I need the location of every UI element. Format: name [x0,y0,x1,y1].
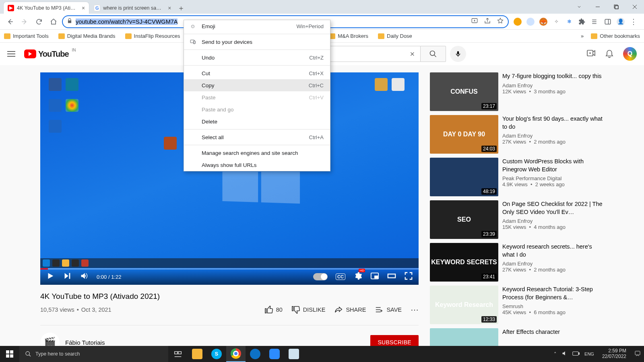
like-count: 80 [276,306,283,313]
file-explorer-icon[interactable] [188,346,207,362]
save-button[interactable]: SAVE [375,305,402,314]
account-avatar[interactable]: Q [623,47,637,61]
browser-tab[interactable]: G where is print screen saved - Go × [89,2,175,14]
back-button[interactable] [4,16,16,28]
subscribe-button[interactable]: SUBSCRIBE [370,335,419,346]
recommendation-item[interactable]: 48:19 Custom WordPress Blocks with Pineg… [430,158,604,196]
maximize-button[interactable] [607,0,625,14]
profile-avatar-icon[interactable]: 👤 [617,18,625,26]
taskbar-search[interactable]: Type here to search [19,346,168,362]
channel-name[interactable]: Fábio Tutoriais [65,339,105,346]
skype-icon[interactable]: S [207,346,226,362]
ctx-delete[interactable]: Delete [184,115,330,128]
recommendation-item[interactable]: KEYWORD SECRETS23:41 Keyword research se… [430,243,604,282]
chrome-menu-icon[interactable]: ⋮ [630,18,638,26]
fullscreen-icon[interactable] [404,272,413,282]
taskbar-clock[interactable]: 2:59 PM 22/07/2022 [599,348,630,360]
ctx-send-to-devices[interactable]: Send to your devices [184,36,330,48]
recommendations-column: CONFUS23:17 My 7-figure blogging toolkit… [430,72,604,346]
channel-row: 🎬 Fábio Tutoriais SUBSCRIBE [40,325,419,346]
other-bookmarks[interactable]: Other bookmarks [591,33,640,39]
miniplayer-icon[interactable] [370,272,379,282]
tray-battery-icon[interactable] [572,351,580,357]
ctx-always-show-full-urls[interactable]: Always show full URLs [184,159,330,171]
ctx-shortcut: Ctrl+V [309,95,324,101]
clear-search-icon[interactable]: × [404,46,420,62]
bookmark-item[interactable]: Important Tools [4,33,49,39]
like-button[interactable]: 80 [264,305,283,314]
start-button[interactable] [0,346,19,362]
dislike-button[interactable]: DISLIKE [291,305,326,314]
home-button[interactable] [47,16,60,28]
chrome-icon[interactable] [226,346,246,362]
ctx-manage-search-engines[interactable]: Manage search engines and site search [184,147,330,159]
tray-volume-icon[interactable] [561,350,568,358]
create-icon[interactable] [586,48,596,60]
install-app-icon[interactable] [471,17,478,26]
hamburger-menu-icon[interactable] [7,49,17,59]
new-tab-button[interactable]: ＋ [175,2,187,14]
bookmark-item[interactable]: Digital Media Brands [58,33,116,39]
next-icon[interactable] [63,272,72,282]
voice-search-icon[interactable] [450,46,466,62]
forward-button[interactable] [19,16,31,28]
extensions-menu-icon[interactable] [578,18,586,26]
ctx-copy[interactable]: CopyCtrl+C [184,79,330,91]
rec-channel: Peak Performance Digital [502,175,604,181]
youtube-logo[interactable]: YouTube IN [24,49,69,59]
tray-chevron-icon[interactable]: ˄ [554,351,557,357]
reload-button[interactable] [33,16,45,28]
recommendation-item[interactable]: SEO23:39 On Page SEO Checklist for 2022 … [430,200,604,239]
recommendation-item[interactable]: Keyword Research12:33 Keyword Research T… [430,286,604,324]
autoplay-toggle[interactable] [313,273,328,280]
extension-icon[interactable]: ✧ [552,18,560,26]
rec-meta: After Effects character [502,328,560,346]
notifications-icon[interactable] [605,48,614,60]
tray-language-icon[interactable]: ENG [584,352,594,356]
side-panel-icon[interactable] [604,18,612,26]
play-icon[interactable] [46,272,55,282]
taskbar-apps: S [168,346,303,362]
extension-icon[interactable]: 🦊 [539,18,547,26]
more-actions-icon[interactable]: ⋯ [411,305,419,315]
theater-icon[interactable] [387,272,396,282]
reading-list-icon[interactable] [591,18,599,26]
close-tab-icon[interactable]: × [82,5,85,11]
close-window-button[interactable] [625,0,644,14]
volume-icon[interactable] [80,272,89,282]
bookmarks-overflow[interactable]: » [581,33,584,39]
recommendation-item[interactable]: DAY 0 DAY 9024:03 Your blog's first 90 d… [430,115,604,154]
extension-icon[interactable]: ❄ [565,18,573,26]
close-tab-icon[interactable]: × [168,5,171,11]
bookmark-item[interactable]: InstaFlip Resources [125,33,180,39]
bookmark-star-icon[interactable] [497,17,504,26]
ctx-undo[interactable]: UndoCtrl+Z [184,51,330,64]
bookmark-item[interactable]: M&A Brokers [329,33,368,39]
channel-avatar[interactable]: 🎬 [40,333,60,346]
bookmark-item[interactable]: Daily Dose [378,33,412,39]
recommendation-item[interactable]: After Effects character [430,328,604,346]
search-button[interactable] [420,46,446,62]
svg-rect-1 [615,6,618,9]
share-button[interactable]: SHARE [334,305,366,314]
extension-icon[interactable] [526,18,535,26]
captions-button[interactable]: CC [336,274,345,280]
ctx-emoji[interactable]: ☺EmojiWin+Period [184,20,330,32]
country-code: IN [72,48,76,52]
minimize-button[interactable] [588,0,607,14]
settings-gear-icon[interactable]: HD [353,272,362,282]
browser-tab-active[interactable]: ▶ 4K YouTube to MP3 (Ativado 202 × [3,2,89,14]
recommendation-item[interactable]: CONFUS23:17 My 7-figure blogging toolkit… [430,72,604,111]
notification-center-icon[interactable] [634,350,641,358]
extension-icon[interactable] [514,18,522,26]
lock-icon[interactable] [67,18,72,25]
notepad-icon[interactable] [284,346,303,362]
zoom-icon[interactable] [265,346,284,362]
tab-search-button[interactable] [570,0,588,14]
ctx-select-all[interactable]: Select allCtrl+A [184,131,330,143]
teamviewer-icon[interactable] [246,346,265,362]
ctx-label: Manage search engines and site search [202,150,298,156]
ctx-cut[interactable]: CutCtrl+X [184,67,330,79]
share-page-icon[interactable] [484,17,491,26]
task-view-icon[interactable] [168,346,188,362]
